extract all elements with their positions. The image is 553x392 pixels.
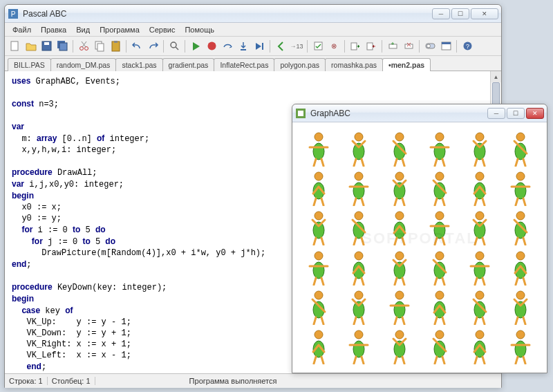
svg-point-32	[315, 133, 323, 141]
maximize-button[interactable]: ☐	[451, 8, 469, 19]
tab-randomdmpas[interactable]: random_DM.pas	[50, 58, 117, 71]
figure-2	[380, 129, 419, 167]
new-button[interactable]	[8, 39, 21, 53]
svg-point-38	[435, 133, 444, 141]
svg-point-60	[395, 212, 404, 220]
figure-15	[420, 209, 459, 247]
figure-1	[339, 129, 378, 167]
back-button[interactable]	[274, 39, 288, 53]
menu-сервис[interactable]: Сервис	[144, 24, 180, 35]
ins-button[interactable]	[386, 39, 400, 53]
svg-rect-6	[59, 43, 67, 50]
saveall-button[interactable]	[55, 39, 69, 53]
svg-point-66	[516, 212, 525, 220]
figure-18	[299, 248, 338, 286]
figure-4	[460, 129, 499, 167]
figure-29	[501, 288, 540, 326]
find-button[interactable]	[167, 39, 181, 53]
output-canvas: SOFTPORTAL	[292, 122, 547, 373]
paste-button[interactable]	[109, 39, 122, 53]
save-button[interactable]	[39, 39, 53, 53]
svg-point-88	[476, 291, 484, 299]
stepto-button[interactable]	[252, 39, 266, 53]
svg-point-86	[435, 291, 444, 299]
output-close-button[interactable]: ✕	[526, 108, 544, 119]
help-icon: ?	[462, 40, 474, 52]
svg-point-68	[315, 252, 323, 260]
toggle-button[interactable]	[423, 39, 437, 53]
tab-inflaterectpas[interactable]: InflateRect.pas	[214, 58, 274, 71]
output-minimize-button[interactable]: ─	[487, 108, 505, 119]
exit-icon	[366, 40, 377, 52]
view-button[interactable]	[439, 39, 453, 53]
tab-polygonpas[interactable]: polygon.pas	[274, 58, 326, 71]
tab-romashkapas[interactable]: romashka.pas	[325, 58, 383, 71]
output-titlebar[interactable]: GraphABC ─ ☐ ✕	[292, 104, 547, 122]
copy-icon	[94, 40, 106, 52]
cut-icon	[78, 40, 90, 52]
help-button[interactable]: ?	[460, 39, 474, 53]
menu-помощь[interactable]: Помощь	[180, 24, 219, 35]
stop-button[interactable]	[205, 39, 218, 53]
stepinto-icon	[238, 40, 250, 52]
figure-28	[460, 288, 499, 326]
compile-icon	[312, 40, 324, 52]
svg-point-7	[79, 47, 83, 50]
save-icon	[41, 40, 53, 52]
toggle-icon	[424, 40, 436, 52]
svg-point-33	[313, 143, 324, 160]
undo-button[interactable]	[130, 39, 144, 53]
stepinto-button[interactable]	[236, 39, 250, 53]
menu-программа[interactable]: Программа	[95, 24, 144, 35]
menu-вид[interactable]: Вид	[71, 24, 95, 35]
cut-button[interactable]	[77, 39, 91, 53]
menu-правка[interactable]: Правка	[36, 24, 71, 35]
del-button[interactable]	[402, 39, 415, 53]
svg-point-85	[394, 301, 405, 318]
open-button[interactable]	[24, 39, 37, 53]
menu-файл[interactable]: Файл	[8, 24, 36, 35]
paste-icon	[110, 40, 122, 52]
tab-men2pas[interactable]: •men2.pas	[382, 58, 431, 71]
run-button[interactable]	[189, 39, 203, 53]
figure-6	[299, 169, 338, 207]
svg-point-40	[476, 133, 484, 141]
toolbar: →13⊗?	[5, 37, 501, 56]
svg-point-83	[353, 301, 364, 318]
svg-point-35	[353, 143, 364, 160]
svg-point-52	[476, 172, 484, 180]
status-line: Строка: 1	[5, 377, 48, 385]
svg-point-98	[435, 330, 444, 339]
debug-button[interactable]: ⊗	[327, 39, 341, 53]
svg-point-65	[474, 222, 485, 239]
tab-billpas[interactable]: BILL.PAS	[8, 58, 51, 71]
close-button[interactable]: ✕	[471, 8, 498, 19]
svg-point-54	[516, 172, 525, 180]
svg-point-48	[395, 172, 404, 180]
redo-button[interactable]	[146, 39, 160, 53]
copy-button[interactable]	[93, 39, 106, 53]
ins-icon	[387, 40, 399, 52]
status-bar: Строка: 1 Столбец: 1 Программа выполняет…	[5, 374, 501, 388]
figure-5	[501, 129, 540, 167]
minimize-button[interactable]: ─	[432, 8, 450, 19]
fwd-button[interactable]: →13	[290, 39, 303, 53]
enter-button[interactable]	[348, 39, 362, 53]
compile-button[interactable]	[311, 39, 325, 53]
exit-button[interactable]	[364, 39, 378, 53]
svg-rect-11	[112, 41, 120, 51]
tab-stack1pas[interactable]: stack1.pas	[115, 58, 162, 71]
figure-10	[460, 169, 499, 207]
titlebar[interactable]: P Pascal ABC ─ ☐ ✕	[5, 5, 501, 23]
svg-point-96	[395, 330, 404, 339]
output-maximize-button[interactable]: ☐	[507, 108, 525, 119]
svg-point-63	[434, 222, 445, 239]
svg-point-57	[313, 222, 324, 239]
stepover-button[interactable]	[221, 39, 234, 53]
svg-point-78	[516, 252, 525, 260]
svg-point-84	[395, 291, 404, 299]
scroll-up-arrow[interactable]: ▲	[491, 71, 501, 82]
tab-gradientpas[interactable]: gradient.pas	[162, 58, 215, 71]
figure-21	[420, 248, 459, 286]
figure-3	[420, 129, 459, 167]
